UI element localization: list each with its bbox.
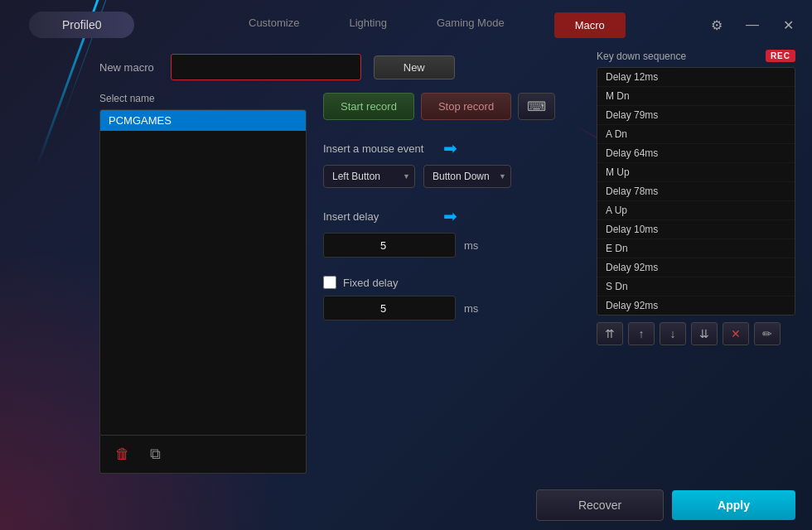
profile-badge: Profile0 (29, 12, 134, 38)
fixed-delay-section: Fixed delay ms (323, 276, 588, 320)
insert-mouse-section: Insert a mouse event ➡ Left Button Right… (323, 138, 588, 188)
title-bar: Profile0 Customize Lighting Gaming Mode … (0, 0, 812, 50)
recover-button[interactable]: Recover (536, 489, 664, 521)
new-macro-input[interactable] (171, 54, 361, 80)
list-item[interactable]: PCMGAMES (100, 110, 306, 131)
profile-name: Profile0 (62, 18, 101, 31)
rec-badge: REC (766, 50, 795, 62)
new-macro-label: New macro (99, 61, 154, 74)
settings-button[interactable]: ⚙ (705, 13, 728, 36)
mouse-button-dropdown[interactable]: Left Button Right Button Middle Button (323, 165, 415, 188)
mouse-action-dropdown-wrapper: Button Down Button Up Click (423, 165, 511, 188)
stop-record-button[interactable]: Stop record (421, 93, 511, 120)
delete-macro-button[interactable]: 🗑 (109, 442, 137, 466)
list-item[interactable]: M Up (597, 163, 795, 182)
fixed-delay-checkbox[interactable] (323, 276, 336, 289)
new-macro-section: New macro New (99, 54, 588, 80)
nav-tabs: Customize Lighting Gaming Mode Macro (249, 12, 626, 38)
tab-customize[interactable]: Customize (249, 12, 299, 38)
insert-delay-section: Insert delay ➡ ms (323, 206, 588, 258)
mouse-action-dropdown[interactable]: Button Down Button Up Click (423, 165, 511, 188)
mouse-button-dropdown-wrapper: Left Button Right Button Middle Button (323, 165, 415, 188)
list-item[interactable]: Delay 92ms (597, 258, 795, 277)
insert-mouse-label: Insert a mouse event (323, 142, 439, 155)
fixed-delay-controls: ms (323, 296, 588, 320)
window-controls: ⚙ — ✕ (705, 13, 800, 36)
seq-move-up-button[interactable]: ↑ (628, 322, 655, 345)
seq-move-bottom-button[interactable]: ⇊ (691, 322, 718, 345)
two-column-layout: Select name PCMGAMES 🗑 ⧉ Start record St… (99, 93, 588, 474)
key-sequence-list[interactable]: Delay 12ms M Dn Delay 79ms A Dn Delay 64… (597, 67, 795, 316)
insert-mouse-arrow: ➡ (443, 138, 457, 158)
insert-delay-controls: ms (323, 233, 588, 258)
insert-delay-input[interactable] (323, 233, 456, 258)
copy-macro-button[interactable]: ⧉ (143, 442, 167, 466)
list-item[interactable]: Delay 12ms (597, 68, 795, 87)
insert-mouse-controls: Left Button Right Button Middle Button B… (323, 165, 588, 188)
fixed-delay-unit: ms (464, 302, 478, 315)
bottom-bar: Recover Apply (0, 480, 812, 530)
insert-delay-label: Insert delay (323, 210, 439, 223)
list-item[interactable]: Delay 92ms (597, 296, 795, 316)
apply-button[interactable]: Apply (672, 490, 795, 520)
seq-delete-button[interactable]: ✕ (723, 322, 749, 345)
fixed-delay-input[interactable] (323, 296, 456, 320)
key-seq-header: Key down sequence REC (597, 50, 795, 62)
tab-gaming-mode[interactable]: Gaming Mode (437, 12, 505, 38)
fixed-delay-label: Fixed delay (343, 277, 398, 289)
sequence-actions: ⇈ ↑ ↓ ⇊ ✕ ✏ (597, 322, 795, 345)
insert-mouse-row: Insert a mouse event ➡ (323, 138, 588, 158)
key-sequence-title: Key down sequence (597, 51, 686, 62)
list-actions: 🗑 ⧉ (99, 436, 307, 474)
close-button[interactable]: ✕ (776, 13, 800, 36)
fixed-delay-checkbox-row: Fixed delay (323, 276, 588, 289)
select-name-panel: Select name PCMGAMES 🗑 ⧉ (99, 93, 307, 474)
key-sequence-panel: Key down sequence REC Delay 12ms M Dn De… (597, 50, 795, 480)
new-macro-button[interactable]: New (374, 55, 455, 80)
name-list: PCMGAMES (99, 109, 307, 436)
select-name-label: Select name (99, 93, 307, 104)
insert-delay-row: Insert delay ➡ (323, 206, 588, 226)
list-item[interactable]: M Dn (597, 87, 795, 106)
list-item[interactable]: Delay 79ms (597, 106, 795, 125)
seq-move-down-button[interactable]: ↓ (660, 322, 686, 345)
keyboard-icon-button[interactable]: ⌨ (518, 93, 555, 120)
seq-edit-button[interactable]: ✏ (754, 322, 781, 345)
list-item[interactable]: A Dn (597, 125, 795, 144)
insert-delay-unit: ms (464, 239, 478, 252)
minimize-button[interactable]: — (741, 13, 764, 36)
list-item[interactable]: Delay 64ms (597, 144, 795, 163)
list-item[interactable]: Delay 10ms (597, 220, 795, 239)
record-row: Start record Stop record ⌨ (323, 93, 588, 120)
tab-macro[interactable]: Macro (554, 12, 626, 38)
list-item[interactable]: Delay 78ms (597, 182, 795, 201)
insert-delay-arrow: ➡ (443, 206, 457, 226)
list-item[interactable]: A Up (597, 201, 795, 220)
list-item[interactable]: S Dn (597, 277, 795, 296)
start-record-button[interactable]: Start record (323, 93, 414, 120)
list-item[interactable]: E Dn (597, 239, 795, 258)
seq-move-top-button[interactable]: ⇈ (597, 322, 623, 345)
controls-panel: Start record Stop record ⌨ Insert a mous… (323, 93, 588, 474)
tab-lighting[interactable]: Lighting (349, 12, 387, 38)
